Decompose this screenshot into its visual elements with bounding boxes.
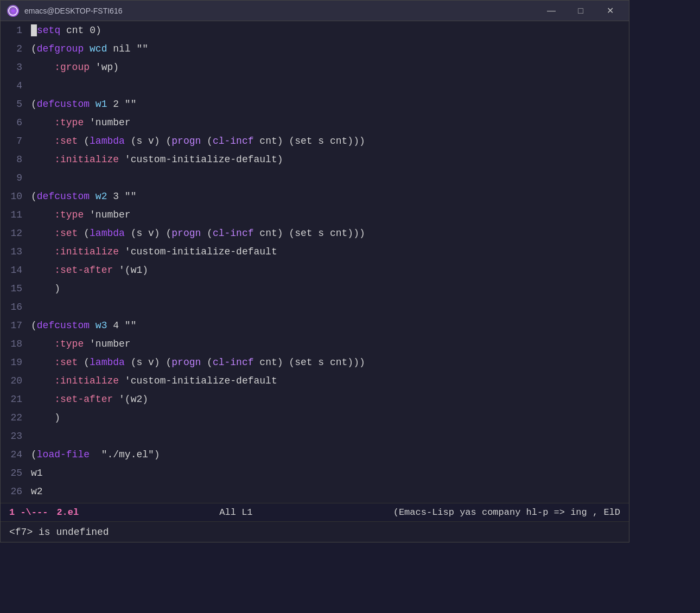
line-number-3: 3 [1, 58, 22, 76]
emacs-icon [7, 5, 19, 17]
minimize-button[interactable]: — [539, 3, 564, 19]
code-line-15: ) [31, 279, 629, 298]
code-line-27: w3 [31, 501, 629, 503]
code-line-17: (defcustom w3 4 "" [31, 316, 629, 335]
line-number-11: 11 [1, 206, 22, 224]
minibuffer: <f7> is undefined [1, 521, 629, 542]
code-line-12: :set (lambda (s v) (progn (cl-incf cnt) … [31, 224, 629, 242]
code-line-26: w2 [31, 482, 629, 501]
titlebar: emacs@DESKTOP-FSTI616 — □ ✕ [1, 1, 629, 21]
status-indicator: 1 -\--- [9, 507, 48, 518]
status-modes: (Emacs-Lisp yas company hl-p => ing , El… [393, 507, 620, 518]
code-line-25: w1 [31, 464, 629, 482]
line-number-22: 22 [1, 408, 22, 427]
minibuffer-text: <f7> is undefined [9, 527, 109, 538]
line-number-23: 23 [1, 427, 22, 445]
line-number-13: 13 [1, 242, 22, 261]
maximize-button[interactable]: □ [568, 3, 593, 19]
emacs-window: emacs@DESKTOP-FSTI616 — □ ✕ 123456789101… [0, 0, 629, 542]
window-controls: — □ ✕ [539, 3, 622, 19]
line-number-21: 21 [1, 390, 22, 408]
line-number-9: 9 [1, 169, 22, 187]
line-number-5: 5 [1, 95, 22, 113]
code-content[interactable]: setq cnt 0)(defgroup wcd nil "" :group '… [27, 21, 629, 503]
window-title: emacs@DESKTOP-FSTI616 [24, 7, 533, 15]
code-line-5: (defcustom w1 2 "" [31, 95, 629, 113]
line-number-16: 16 [1, 298, 22, 316]
code-line-24: (load-file "./my.el") [31, 445, 629, 464]
editor-area[interactable]: 1234567891011121314151617181920212223242… [1, 21, 629, 503]
status-bar: 1 -\--- 2.el All L1 (Emacs-Lisp yas comp… [1, 503, 629, 521]
line-number-12: 12 [1, 224, 22, 242]
code-line-7: :set (lambda (s v) (progn (cl-incf cnt) … [31, 132, 629, 150]
status-filename: 2.el [56, 507, 79, 518]
code-line-13: :initialize 'custom-initialize-default [31, 242, 629, 261]
code-line-20: :initialize 'custom-initialize-default [31, 372, 629, 390]
code-line-14: :set-after '(w1) [31, 261, 629, 279]
line-number-4: 4 [1, 76, 22, 95]
status-position: All L1 [79, 507, 393, 518]
line-number-24: 24 [1, 445, 22, 464]
line-number-25: 25 [1, 464, 22, 482]
line-number-6: 6 [1, 113, 22, 132]
code-line-22: ) [31, 408, 629, 427]
code-line-16 [31, 298, 629, 316]
close-button[interactable]: ✕ [597, 3, 622, 19]
line-number-14: 14 [1, 261, 22, 279]
line-number-10: 10 [1, 187, 22, 206]
code-line-11: :type 'number [31, 206, 629, 224]
line-number-26: 26 [1, 482, 22, 501]
line-number-1: 1 [1, 21, 22, 40]
line-number-20: 20 [1, 372, 22, 390]
line-number-15: 15 [1, 279, 22, 298]
line-number-27: 27 [1, 501, 22, 503]
code-line-9 [31, 169, 629, 187]
line-number-19: 19 [1, 353, 22, 372]
code-line-2: (defgroup wcd nil "" [31, 40, 629, 58]
code-line-10: (defcustom w2 3 "" [31, 187, 629, 206]
code-line-19: :set (lambda (s v) (progn (cl-incf cnt) … [31, 353, 629, 372]
line-number-18: 18 [1, 335, 22, 353]
line-numbers: 1234567891011121314151617181920212223242… [1, 21, 27, 503]
code-line-8: :initialize 'custom-initialize-default) [31, 150, 629, 169]
code-line-18: :type 'number [31, 335, 629, 353]
code-line-1: setq cnt 0) [31, 21, 629, 40]
code-line-21: :set-after '(w2) [31, 390, 629, 408]
line-number-8: 8 [1, 150, 22, 169]
line-number-7: 7 [1, 132, 22, 150]
line-number-17: 17 [1, 316, 22, 335]
line-number-2: 2 [1, 40, 22, 58]
code-line-6: :type 'number [31, 113, 629, 132]
code-line-3: :group 'wp) [31, 58, 629, 76]
code-line-23 [31, 427, 629, 445]
code-line-4 [31, 76, 629, 95]
